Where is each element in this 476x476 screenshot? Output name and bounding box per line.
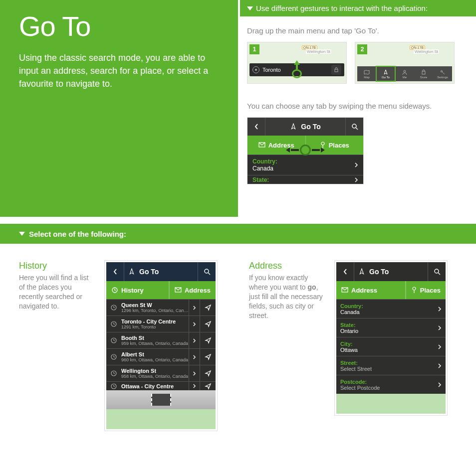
- envelope-icon: [341, 287, 348, 293]
- svg-point-16: [435, 269, 439, 273]
- tab-places[interactable]: Places: [406, 281, 446, 299]
- address-description: If you know exactly where you want to go…: [249, 273, 324, 320]
- clock-icon: [106, 383, 121, 390]
- arrow-icon: [358, 268, 365, 275]
- svg-rect-0: [335, 69, 338, 72]
- tab-history[interactable]: History: [106, 281, 169, 299]
- map-background: [336, 394, 446, 414]
- address-section: Address If you know exactly where you wa…: [238, 244, 476, 458]
- address-field-row[interactable]: Street:Select Street: [336, 356, 446, 375]
- history-item[interactable]: Queen St W1296 km, Toronto, Ontario, Can…: [106, 299, 216, 316]
- search-button[interactable]: [198, 262, 216, 281]
- history-section: History Here you will find a list of the…: [0, 244, 238, 458]
- location-icon: [252, 66, 259, 73]
- hero-panel: Go To Using the classic search mode, you…: [0, 0, 238, 217]
- chevron-right-icon: [189, 349, 200, 365]
- svg-point-7: [205, 269, 209, 273]
- chevron-right-icon: [189, 300, 200, 316]
- history-item[interactable]: Booth St959 km, Ottawa, Ontario, Canada: [106, 332, 216, 348]
- navigate-button[interactable]: [200, 365, 216, 381]
- step1-thumb-2: 2 ON-17B Wellington St Map Go To: [355, 42, 455, 84]
- chevron-right-icon: [438, 325, 442, 331]
- history-item[interactable]: Ottawa - City Centre: [106, 381, 216, 390]
- history-item-sub: 958 km, Ottawa, Ontario, Canada: [121, 374, 189, 379]
- swipe-horizontal-gesture-icon: [286, 145, 325, 156]
- address-field-value: Ontario: [340, 328, 438, 334]
- address-field-value: Select Postcode: [340, 385, 438, 391]
- history-item-name: Queen St W: [121, 302, 189, 308]
- search-button[interactable]: [345, 118, 363, 136]
- history-item[interactable]: Toronto - City Centre1291 km, Toronto: [106, 316, 216, 332]
- search-button[interactable]: [428, 262, 446, 281]
- arrow-icon: [290, 123, 297, 130]
- address-field-label: Country:: [340, 303, 438, 309]
- menu-me[interactable]: Me: [395, 66, 414, 81]
- address-field-label: State:: [340, 322, 438, 328]
- history-item-name: Toronto - City Centre: [121, 318, 189, 324]
- swipe-panel: Go To Address Places: [247, 117, 364, 184]
- select-header: Select one of the following:: [0, 224, 238, 244]
- address-field-value: Canada: [340, 309, 438, 315]
- address-field-label: Postcode:: [340, 379, 438, 385]
- address-field-value: Select Street: [340, 366, 438, 372]
- bottom-menu: Map Go To Me Store: [357, 66, 452, 81]
- chevron-right-icon: [438, 382, 442, 388]
- chevron-right-icon: [189, 316, 200, 332]
- page-title: Go To: [19, 10, 218, 42]
- chevron-right-icon: [189, 365, 200, 381]
- address-field-row[interactable]: City:Ottawa: [336, 337, 446, 356]
- navigate-button[interactable]: [200, 300, 216, 316]
- svg-point-4: [352, 124, 356, 128]
- back-button[interactable]: [336, 262, 354, 281]
- road-label: Wellington St: [414, 49, 439, 54]
- history-item-sub: 959 km, Ottawa, Ontario, Canada: [121, 341, 189, 346]
- lock-icon: [331, 65, 341, 75]
- step2-caption: You can choose any tab by swiping the me…: [247, 102, 469, 110]
- navigate-button[interactable]: [200, 332, 216, 348]
- menu-map[interactable]: Map: [357, 66, 376, 81]
- svg-rect-2: [422, 71, 425, 74]
- history-description: Here you will find a list of the places …: [19, 273, 94, 311]
- history-item[interactable]: Wellington St958 km, Ottawa, Ontario, Ca…: [106, 365, 216, 381]
- road-label: Wellington St: [306, 49, 331, 54]
- history-item-name: Albert St: [121, 351, 189, 357]
- address-field-row[interactable]: Country:Canada: [336, 299, 446, 318]
- menu-store[interactable]: Store: [414, 66, 433, 81]
- chevron-right-icon: [189, 332, 200, 348]
- back-button[interactable]: [106, 262, 124, 281]
- history-phone-preview: Go To History Address Que: [105, 261, 217, 431]
- history-item[interactable]: Albert St960 km, Ottawa, Ontario, Canada: [106, 348, 216, 365]
- menu-goto[interactable]: Go To: [376, 66, 395, 81]
- back-button[interactable]: [247, 118, 265, 136]
- chevron-right-icon: [354, 162, 358, 168]
- location-city: Toronto: [262, 67, 281, 73]
- state-row[interactable]: State:: [247, 175, 363, 184]
- svg-point-1: [404, 70, 406, 72]
- address-field-value: Ottawa: [340, 347, 438, 353]
- navigate-button[interactable]: [200, 349, 216, 365]
- swipe-up-gesture-icon: [291, 60, 302, 78]
- navigate-button[interactable]: [200, 316, 216, 332]
- address-field-label: City:: [340, 341, 438, 347]
- address-field-row[interactable]: Postcode:Select Postcode: [336, 375, 446, 394]
- step1-caption: Drag up the main menu and tap 'Go To'.: [247, 26, 469, 35]
- chevron-right-icon: [438, 363, 442, 369]
- tab-address[interactable]: Address: [336, 281, 406, 299]
- chevron-right-icon: [354, 177, 358, 183]
- header-spacer: [238, 224, 476, 244]
- road-graphic: [106, 390, 216, 409]
- address-phone-preview: Go To Address Places Coun: [335, 261, 447, 415]
- step1-thumb-1: 1 ON-17B Wellington St Toronto: [247, 42, 347, 84]
- tab-address[interactable]: Address: [169, 281, 216, 299]
- arrow-icon: [128, 268, 135, 275]
- phone-title-label: Go To: [139, 268, 159, 276]
- address-field-row[interactable]: State:Ontario: [336, 318, 446, 337]
- address-field-label: Street:: [340, 360, 438, 366]
- clock-icon: [111, 287, 118, 294]
- menu-settings[interactable]: Settings: [433, 66, 452, 81]
- gestures-header: Use different gestures to interact with …: [240, 0, 476, 16]
- panel-title: Go To: [301, 123, 320, 131]
- navigate-button[interactable]: [200, 382, 216, 390]
- country-row[interactable]: Country: Canada: [247, 155, 363, 175]
- history-item-sub: 1296 km, Toronto, Ontario, Canada: [121, 308, 189, 313]
